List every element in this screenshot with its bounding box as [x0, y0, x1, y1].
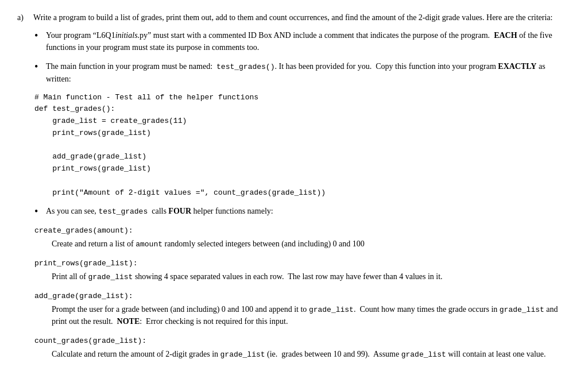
bullet-list: • Your program “L6Q1initials.py” must st…	[34, 29, 571, 85]
question-intro: Write a program to build a list of grade…	[33, 11, 571, 24]
helper-count-grades: count_grades(grade_list): Calculate and …	[34, 335, 571, 360]
code-line-def: def test_grades():	[34, 103, 571, 115]
bullet-content-2: The main function in your program must b…	[46, 60, 571, 85]
bullet-dot-1: •	[34, 29, 41, 53]
bullet-list-2: • As you can see, test_grades calls FOUR…	[34, 205, 571, 218]
bullet-item-3: • As you can see, test_grades calls FOUR…	[34, 205, 571, 218]
code-line-blank1	[34, 140, 571, 152]
bullet-content-3: As you can see, test_grades calls FOUR h…	[46, 205, 571, 218]
inline-grade-list-2: grade_list	[309, 306, 354, 314]
code-line-blank2	[34, 175, 571, 187]
inline-grade-list-3: grade_list	[500, 306, 544, 314]
helper-create-grades: create_grades(amount): Create and return…	[34, 225, 571, 250]
inline-code-test-grades: test_grades()	[216, 63, 274, 71]
code-line-4: print_rows(grade_list)	[34, 163, 571, 175]
question-container: a) Write a program to build a list of gr…	[17, 11, 571, 360]
code-block: # Main function - Test all of the helper…	[34, 92, 571, 199]
code-line-5: print("Amount of 2-digit values =", coun…	[34, 187, 571, 199]
helper-desc-count: Calculate and return the amount of 2-dig…	[52, 348, 571, 361]
code-line-3: add_grade(grade_list)	[34, 151, 571, 163]
helper-signature-create: create_grades(amount):	[34, 225, 571, 237]
inline-code-test-grades-2: test_grades	[98, 207, 148, 216]
inline-grade-list-5: grade_list	[401, 350, 446, 359]
bullet-item-2: • The main function in your program must…	[34, 60, 571, 85]
helper-desc-print: Print all of grade_list showing 4 space …	[52, 270, 571, 283]
code-line-comment: # Main function - Test all of the helper…	[34, 92, 571, 104]
code-line-2: print_rows(grade_list)	[34, 127, 571, 140]
question-header: a) Write a program to build a list of gr…	[17, 11, 571, 24]
helper-functions-section: create_grades(amount): Create and return…	[34, 225, 571, 360]
inline-grade-list-1: grade_list	[88, 273, 133, 281]
helper-print-rows: print_rows(grade_list): Print all of gra…	[34, 258, 571, 283]
inline-grade-list-4: grade_list	[220, 350, 265, 359]
helper-signature-add: add_grade(grade_list):	[34, 291, 571, 302]
code-line-1: grade_list = create_grades(11)	[34, 115, 571, 127]
helper-add-grade: add_grade(grade_list): Prompt the user f…	[34, 291, 571, 327]
helper-desc-add: Prompt the user for a grade between (and…	[52, 303, 571, 328]
question-label: a)	[17, 11, 29, 24]
helper-signature-count: count_grades(grade_list):	[34, 335, 571, 347]
helper-desc-create: Create and return a list of amount rando…	[52, 238, 571, 250]
bullet-item-1: • Your program “L6Q1initials.py” must st…	[34, 29, 571, 53]
helper-signature-print: print_rows(grade_list):	[34, 258, 571, 269]
bullet-dot-3: •	[34, 205, 41, 218]
bullet-content-1: Your program “L6Q1initials.py” must star…	[46, 29, 571, 53]
bullet-dot-2: •	[34, 60, 41, 85]
inline-amount: amount	[136, 240, 163, 249]
